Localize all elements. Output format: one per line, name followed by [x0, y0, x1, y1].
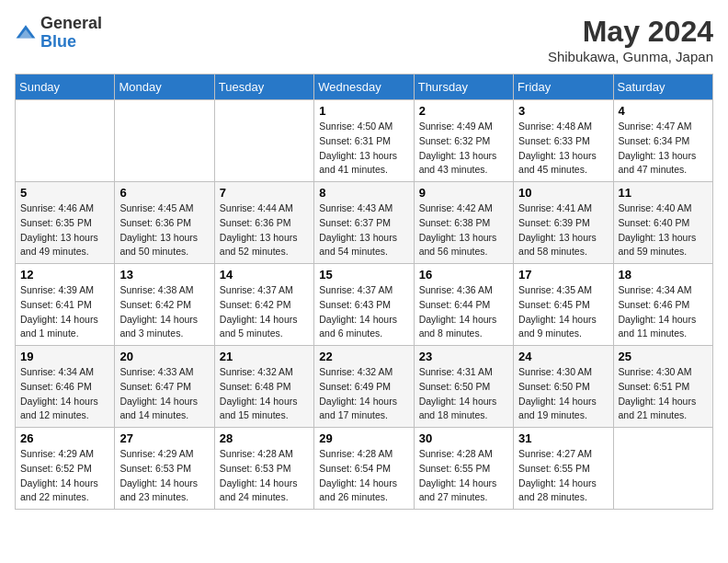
- day-info: Sunrise: 4:47 AMSunset: 6:34 PMDaylight:…: [619, 120, 708, 178]
- calendar-cell: [16, 100, 115, 182]
- day-info: Sunrise: 4:28 AMSunset: 6:55 PMDaylight:…: [419, 447, 508, 505]
- day-number: 22: [319, 350, 408, 363]
- day-info: Sunrise: 4:48 AMSunset: 6:33 PMDaylight:…: [518, 120, 608, 178]
- day-info: Sunrise: 4:38 AMSunset: 6:42 PMDaylight:…: [119, 283, 209, 341]
- day-info: Sunrise: 4:29 AMSunset: 6:53 PMDaylight:…: [119, 447, 209, 505]
- day-number: 7: [220, 186, 309, 200]
- location: Shibukawa, Gunma, Japan: [548, 49, 713, 64]
- calendar-cell: 12Sunrise: 4:39 AMSunset: 6:41 PMDayligh…: [16, 264, 115, 346]
- day-number: 23: [419, 350, 508, 363]
- day-info: Sunrise: 4:37 AMSunset: 6:42 PMDaylight:…: [220, 283, 309, 341]
- calendar-header-row: SundayMondayTuesdayWednesdayThursdayFrid…: [16, 75, 713, 100]
- day-info: Sunrise: 4:33 AMSunset: 6:47 PMDaylight:…: [119, 365, 209, 423]
- calendar-week-4: 19Sunrise: 4:34 AMSunset: 6:46 PMDayligh…: [16, 346, 713, 428]
- calendar-cell: 26Sunrise: 4:29 AMSunset: 6:52 PMDayligh…: [16, 428, 115, 510]
- day-number: 25: [619, 350, 708, 363]
- weekday-header-friday: Friday: [514, 75, 613, 100]
- day-info: Sunrise: 4:36 AMSunset: 6:44 PMDaylight:…: [419, 283, 508, 341]
- day-number: 20: [119, 350, 209, 363]
- calendar-cell: 24Sunrise: 4:30 AMSunset: 6:50 PMDayligh…: [514, 346, 613, 428]
- day-number: 1: [319, 104, 408, 118]
- day-info: Sunrise: 4:28 AMSunset: 6:53 PMDaylight:…: [220, 447, 309, 505]
- calendar-cell: 29Sunrise: 4:28 AMSunset: 6:54 PMDayligh…: [314, 428, 414, 510]
- weekday-header-monday: Monday: [115, 75, 214, 100]
- day-number: 29: [319, 431, 408, 445]
- day-number: 27: [119, 431, 209, 445]
- weekday-header-sunday: Sunday: [16, 75, 115, 100]
- day-info: Sunrise: 4:35 AMSunset: 6:45 PMDaylight:…: [518, 283, 608, 341]
- day-info: Sunrise: 4:30 AMSunset: 6:50 PMDaylight:…: [518, 365, 608, 423]
- calendar-cell: 15Sunrise: 4:37 AMSunset: 6:43 PMDayligh…: [314, 264, 414, 346]
- weekday-header-thursday: Thursday: [414, 75, 513, 100]
- calendar-cell: 17Sunrise: 4:35 AMSunset: 6:45 PMDayligh…: [514, 264, 613, 346]
- day-info: Sunrise: 4:37 AMSunset: 6:43 PMDaylight:…: [319, 283, 408, 341]
- day-number: 17: [518, 268, 608, 282]
- day-number: 10: [518, 186, 608, 200]
- logo: General Blue: [15, 15, 102, 52]
- day-info: Sunrise: 4:45 AMSunset: 6:36 PMDaylight:…: [119, 201, 209, 259]
- day-number: 21: [220, 350, 309, 363]
- day-number: 8: [319, 186, 408, 200]
- day-number: 3: [518, 104, 608, 118]
- calendar-cell: 3Sunrise: 4:48 AMSunset: 6:33 PMDaylight…: [514, 100, 613, 182]
- day-number: 15: [319, 268, 408, 282]
- header: General Blue May 2024 Shibukawa, Gunma, …: [15, 15, 713, 64]
- calendar-cell: 21Sunrise: 4:32 AMSunset: 6:48 PMDayligh…: [214, 346, 313, 428]
- day-number: 24: [518, 350, 608, 363]
- calendar-cell: [115, 100, 214, 182]
- calendar-cell: 31Sunrise: 4:27 AMSunset: 6:55 PMDayligh…: [514, 428, 613, 510]
- day-info: Sunrise: 4:39 AMSunset: 6:41 PMDaylight:…: [20, 283, 109, 341]
- day-info: Sunrise: 4:46 AMSunset: 6:35 PMDaylight:…: [20, 201, 109, 259]
- weekday-header-wednesday: Wednesday: [314, 75, 414, 100]
- calendar-cell: 19Sunrise: 4:34 AMSunset: 6:46 PMDayligh…: [16, 346, 115, 428]
- day-number: 19: [20, 350, 109, 363]
- day-info: Sunrise: 4:49 AMSunset: 6:32 PMDaylight:…: [419, 120, 508, 178]
- calendar-cell: 4Sunrise: 4:47 AMSunset: 6:34 PMDaylight…: [613, 100, 712, 182]
- day-number: 9: [419, 186, 508, 200]
- calendar-cell: 28Sunrise: 4:28 AMSunset: 6:53 PMDayligh…: [214, 428, 313, 510]
- day-number: 13: [119, 268, 209, 282]
- day-info: Sunrise: 4:50 AMSunset: 6:31 PMDaylight:…: [319, 120, 408, 178]
- calendar-cell: 27Sunrise: 4:29 AMSunset: 6:53 PMDayligh…: [115, 428, 214, 510]
- calendar-cell: 1Sunrise: 4:50 AMSunset: 6:31 PMDaylight…: [314, 100, 414, 182]
- calendar-cell: 18Sunrise: 4:34 AMSunset: 6:46 PMDayligh…: [613, 264, 712, 346]
- calendar-week-3: 12Sunrise: 4:39 AMSunset: 6:41 PMDayligh…: [16, 264, 713, 346]
- day-info: Sunrise: 4:43 AMSunset: 6:37 PMDaylight:…: [319, 201, 408, 259]
- calendar-week-2: 5Sunrise: 4:46 AMSunset: 6:35 PMDaylight…: [16, 182, 713, 264]
- calendar-cell: 23Sunrise: 4:31 AMSunset: 6:50 PMDayligh…: [414, 346, 513, 428]
- day-info: Sunrise: 4:27 AMSunset: 6:55 PMDaylight:…: [518, 447, 608, 505]
- logo-general-text: General: [40, 15, 102, 33]
- calendar-cell: 14Sunrise: 4:37 AMSunset: 6:42 PMDayligh…: [214, 264, 313, 346]
- calendar-cell: 6Sunrise: 4:45 AMSunset: 6:36 PMDaylight…: [115, 182, 214, 264]
- calendar-cell: [613, 428, 712, 510]
- day-number: 14: [220, 268, 309, 282]
- day-number: 28: [220, 431, 309, 445]
- calendar-cell: [214, 100, 313, 182]
- day-info: Sunrise: 4:29 AMSunset: 6:52 PMDaylight:…: [20, 447, 109, 505]
- calendar-cell: 2Sunrise: 4:49 AMSunset: 6:32 PMDaylight…: [414, 100, 513, 182]
- day-info: Sunrise: 4:34 AMSunset: 6:46 PMDaylight:…: [619, 283, 708, 341]
- day-info: Sunrise: 4:41 AMSunset: 6:39 PMDaylight:…: [518, 201, 608, 259]
- calendar-cell: 30Sunrise: 4:28 AMSunset: 6:55 PMDayligh…: [414, 428, 513, 510]
- day-info: Sunrise: 4:28 AMSunset: 6:54 PMDaylight:…: [319, 447, 408, 505]
- day-info: Sunrise: 4:32 AMSunset: 6:49 PMDaylight:…: [319, 365, 408, 423]
- day-number: 4: [619, 104, 708, 118]
- logo-icon: [15, 22, 37, 44]
- weekday-header-tuesday: Tuesday: [214, 75, 313, 100]
- calendar-cell: 13Sunrise: 4:38 AMSunset: 6:42 PMDayligh…: [115, 264, 214, 346]
- day-number: 16: [419, 268, 508, 282]
- calendar-cell: 10Sunrise: 4:41 AMSunset: 6:39 PMDayligh…: [514, 182, 613, 264]
- day-number: 11: [619, 186, 708, 200]
- day-info: Sunrise: 4:34 AMSunset: 6:46 PMDaylight:…: [20, 365, 109, 423]
- month-year: May 2024: [548, 15, 713, 49]
- day-info: Sunrise: 4:44 AMSunset: 6:36 PMDaylight:…: [220, 201, 309, 259]
- day-info: Sunrise: 4:40 AMSunset: 6:40 PMDaylight:…: [619, 201, 708, 259]
- day-number: 6: [119, 186, 209, 200]
- day-number: 31: [518, 431, 608, 445]
- calendar-cell: 25Sunrise: 4:30 AMSunset: 6:51 PMDayligh…: [613, 346, 712, 428]
- calendar-cell: 7Sunrise: 4:44 AMSunset: 6:36 PMDaylight…: [214, 182, 313, 264]
- day-number: 5: [20, 186, 109, 200]
- calendar-table: SundayMondayTuesdayWednesdayThursdayFrid…: [15, 74, 713, 510]
- weekday-header-saturday: Saturday: [613, 75, 712, 100]
- calendar-cell: 22Sunrise: 4:32 AMSunset: 6:49 PMDayligh…: [314, 346, 414, 428]
